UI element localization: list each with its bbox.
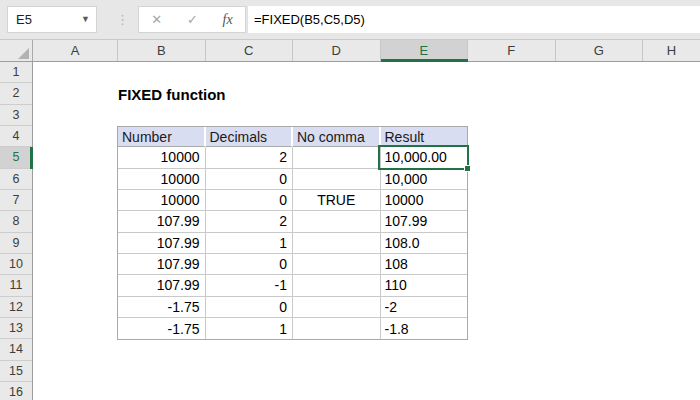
insert-function-icon[interactable]: fx: [223, 12, 233, 28]
cell-E8[interactable]: 107.99: [381, 211, 468, 232]
cell-B9[interactable]: 107.99: [118, 233, 206, 254]
row-header-8[interactable]: 8: [0, 211, 32, 232]
table-header-decimals[interactable]: Decimals: [206, 127, 294, 147]
row-header-1[interactable]: 1: [0, 62, 32, 83]
cell-B12[interactable]: -1.75: [118, 297, 206, 318]
column-header-band: ABCDEFGH: [0, 40, 700, 62]
select-all-triangle-icon: [18, 48, 29, 59]
cancel-icon[interactable]: ✕: [151, 12, 162, 27]
name-box-dropdown-icon[interactable]: ▼: [81, 14, 90, 24]
cell-D5[interactable]: [293, 147, 381, 168]
cell-C10[interactable]: 0: [206, 254, 294, 275]
cell-C8[interactable]: 2: [206, 211, 294, 232]
column-header-B[interactable]: B: [118, 40, 206, 61]
cell-B5[interactable]: 10000: [118, 147, 206, 168]
cell-E6[interactable]: 10,000: [381, 169, 468, 190]
row-header-12[interactable]: 12: [0, 297, 32, 318]
sheet-title[interactable]: FIXED function: [118, 84, 226, 105]
cell-C9[interactable]: 1: [206, 233, 294, 254]
sheet-area: FIXED function NumberDecimalsNo commaRes…: [33, 62, 700, 400]
cell-B6[interactable]: 10000: [118, 169, 206, 190]
column-header-C[interactable]: C: [206, 40, 294, 61]
cell-D8[interactable]: [293, 211, 381, 232]
row-header-5[interactable]: 5: [0, 147, 32, 168]
selected-row-bar: [30, 147, 33, 168]
formula-toolbar: E5 ▼ ⋮ ✕ ✓ fx =FIXED(B5,C5,D5): [0, 0, 700, 40]
column-header-F[interactable]: F: [468, 40, 556, 61]
cell-B8[interactable]: 107.99: [118, 211, 206, 232]
cell-E11[interactable]: 110: [381, 275, 468, 296]
fill-handle[interactable]: [464, 165, 471, 172]
row-header-9[interactable]: 9: [0, 233, 32, 254]
formula-bar-input[interactable]: =FIXED(B5,C5,D5): [247, 6, 700, 33]
row-header-15[interactable]: 15: [0, 361, 32, 382]
name-box-value: E5: [16, 12, 32, 27]
cell-B13[interactable]: -1.75: [118, 318, 206, 339]
cell-C11[interactable]: -1: [206, 275, 294, 296]
column-header-G[interactable]: G: [556, 40, 644, 61]
cell-D10[interactable]: [293, 254, 381, 275]
select-all-corner[interactable]: [0, 40, 33, 61]
cell-D9[interactable]: [293, 233, 381, 254]
cell-C7[interactable]: 0: [206, 190, 294, 211]
formula-buttons: ✕ ✓ fx: [138, 6, 246, 33]
cell-D6[interactable]: [293, 169, 381, 190]
cell-C5[interactable]: 2: [206, 147, 294, 168]
cell-D12[interactable]: [293, 297, 381, 318]
cell-B10[interactable]: 107.99: [118, 254, 206, 275]
row-header-13[interactable]: 13: [0, 318, 32, 339]
column-header-E[interactable]: E: [381, 40, 469, 61]
column-header-D[interactable]: D: [293, 40, 381, 61]
cell-E13[interactable]: -1.8: [381, 318, 468, 339]
row-header-7[interactable]: 7: [0, 190, 32, 211]
table-header-result[interactable]: Result: [381, 127, 468, 147]
row-header-11[interactable]: 11: [0, 275, 32, 296]
cell-C6[interactable]: 0: [206, 169, 294, 190]
enter-icon[interactable]: ✓: [187, 12, 198, 27]
cell-B7[interactable]: 10000: [118, 190, 206, 211]
cell-E10[interactable]: 108: [381, 254, 468, 275]
table-header-no-comma[interactable]: No comma: [293, 127, 381, 147]
cell-D13[interactable]: [293, 318, 381, 339]
cell-E5[interactable]: 10,000.00: [381, 147, 468, 168]
row-header-16[interactable]: 16: [0, 382, 32, 400]
row-header-3[interactable]: 3: [0, 105, 32, 126]
row-header-14[interactable]: 14: [0, 339, 32, 360]
cell-E7[interactable]: 10000: [381, 190, 468, 211]
cell-B11[interactable]: 107.99: [118, 275, 206, 296]
row-header-10[interactable]: 10: [0, 254, 32, 275]
data-table: NumberDecimalsNo commaResult10000210,000…: [117, 126, 468, 340]
row-header-2[interactable]: 2: [0, 83, 32, 104]
cell-C12[interactable]: 0: [206, 297, 294, 318]
selected-column-underline: [381, 59, 469, 62]
cell-D11[interactable]: [293, 275, 381, 296]
column-header-A[interactable]: A: [33, 40, 118, 61]
column-header-H[interactable]: H: [643, 40, 700, 61]
row-header-6[interactable]: 6: [0, 169, 32, 190]
row-header-band: 12345678910111213141516: [0, 62, 33, 400]
row-header-4[interactable]: 4: [0, 126, 32, 147]
cell-C13[interactable]: 1: [206, 318, 294, 339]
table-header-number[interactable]: Number: [118, 127, 206, 147]
cell-E12[interactable]: -2: [381, 297, 468, 318]
cell-E9[interactable]: 108.0: [381, 233, 468, 254]
cell-D7[interactable]: TRUE: [293, 190, 381, 211]
name-box[interactable]: E5 ▼: [7, 6, 97, 33]
toolbar-dots-separator: ⋮: [116, 6, 129, 33]
